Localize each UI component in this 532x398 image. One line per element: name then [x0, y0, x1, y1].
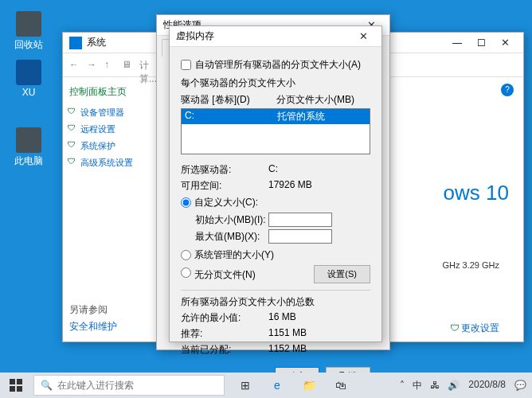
close-icon[interactable]: ✕ — [493, 37, 517, 49]
minimize-icon[interactable]: — — [445, 37, 469, 49]
window-icon — [69, 37, 82, 49]
custom-size-radio[interactable] — [181, 197, 191, 208]
set-button[interactable]: 设置(S) — [314, 265, 370, 283]
search-input[interactable] — [57, 380, 217, 391]
svg-rect-3 — [17, 386, 22, 392]
task-view-icon[interactable]: ⊞ — [229, 373, 261, 398]
min-label: 允许的最小值: — [181, 311, 268, 325]
see-also-label: 另请参阅 — [69, 303, 117, 317]
rec-label: 推荐: — [181, 327, 268, 341]
edge-icon[interactable]: e — [261, 373, 293, 398]
windows-brand: ows 10 — [444, 181, 509, 205]
sidebar-link-advanced[interactable]: 高级系统设置 — [69, 157, 159, 169]
volume-icon[interactable]: 🔊 — [444, 380, 464, 391]
initial-size-input[interactable] — [268, 213, 332, 227]
desktop-icon-xu[interactable]: XU — [11, 60, 46, 98]
selected-drive-value: C: — [268, 163, 278, 177]
max-size-label: 最大值(MB)(X): — [181, 230, 268, 244]
search-box[interactable]: 🔍 — [33, 375, 225, 396]
start-button[interactable] — [0, 373, 32, 398]
search-icon: 🔍 — [41, 380, 53, 391]
ime-icon[interactable]: 中 — [409, 379, 426, 392]
change-settings-link[interactable]: 🛡更改设置 — [450, 322, 499, 335]
cur-label: 当前已分配: — [181, 343, 268, 357]
min-value: 16 MB — [268, 311, 296, 325]
available-label: 可用空间: — [181, 179, 268, 193]
auto-manage-checkbox[interactable] — [181, 60, 191, 70]
clock[interactable]: 2020/8/8 — [464, 380, 510, 390]
up-icon[interactable]: ↑ — [104, 59, 117, 72]
sidebar: 控制面板主页 设备管理器 远程设置 系统保护 高级系统设置 另请参阅 安全和维护 — [63, 77, 166, 341]
virtual-memory-dialog: 虚拟内存 ✕ 自动管理所有驱动器的分页文件大小(A) 每个驱动器的分页文件大小 … — [169, 25, 382, 342]
custom-size-label: 自定义大小(C): — [194, 196, 258, 209]
sidebar-link-protect[interactable]: 系统保护 — [69, 140, 159, 152]
drive-col-header2: 分页文件大小(MB) — [276, 93, 354, 107]
sidebar-heading: 控制面板主页 — [69, 85, 159, 99]
selected-drive-label: 所选驱动器: — [181, 163, 268, 177]
shield-icon: 🛡 — [450, 322, 460, 334]
drive-list[interactable]: C: 托管的系统 — [181, 108, 370, 154]
sidebar-link-remote[interactable]: 远程设置 — [69, 123, 159, 135]
svg-rect-2 — [10, 386, 15, 392]
available-value: 17926 MB — [268, 179, 312, 193]
total-heading: 所有驱动器分页文件大小的总数 — [181, 295, 370, 309]
rec-value: 1151 MB — [268, 327, 307, 341]
see-also-item[interactable]: 安全和维护 — [69, 320, 117, 334]
max-size-input[interactable] — [268, 229, 332, 244]
tray-chevron-icon[interactable]: ˄ — [396, 380, 409, 391]
desktop-icon-thispc[interactable]: 此电脑 — [11, 127, 46, 168]
no-pagefile-label: 无分页文件(N) — [194, 269, 256, 280]
drive-col-header1: 驱动器 [卷标](D) — [181, 93, 276, 107]
cpu-ghz: GHz 3.29 GHz — [442, 260, 499, 270]
dialog-title: 虚拟内存 — [176, 29, 351, 43]
initial-size-label: 初始大小(MB)(I): — [181, 213, 268, 227]
network-icon[interactable]: 🖧 — [426, 380, 444, 391]
computer-icon: 🖥 — [122, 59, 135, 72]
back-icon[interactable]: ← — [69, 59, 82, 72]
close-icon[interactable]: ✕ — [351, 30, 375, 42]
no-pagefile-radio[interactable] — [181, 267, 191, 278]
explorer-icon[interactable]: 📁 — [293, 373, 325, 398]
breadcrumb[interactable]: 计算... — [139, 59, 152, 72]
help-icon[interactable]: ? — [501, 84, 514, 96]
cur-value: 1152 MB — [268, 343, 307, 357]
svg-rect-0 — [10, 379, 15, 384]
system-managed-radio[interactable] — [181, 250, 191, 260]
drive-row-selected[interactable]: C: 托管的系统 — [182, 109, 370, 124]
svg-rect-1 — [17, 379, 22, 384]
store-icon[interactable]: 🛍 — [325, 373, 357, 398]
notifications-icon[interactable]: 💬 — [510, 380, 530, 391]
taskbar: 🔍 ⊞ e 📁 🛍 ˄ 中 🖧 🔊 2020/8/8 💬 — [0, 373, 532, 398]
sidebar-link-device[interactable]: 设备管理器 — [69, 107, 159, 119]
maximize-icon[interactable]: ☐ — [469, 37, 493, 49]
system-managed-label: 系统管理的大小(Y) — [194, 248, 274, 262]
system-tray: ˄ 中 🖧 🔊 2020/8/8 💬 — [396, 373, 532, 398]
forward-icon[interactable]: → — [87, 59, 100, 72]
auto-manage-label: 自动管理所有驱动器的分页文件大小(A) — [195, 58, 361, 72]
desktop-icon-recycle[interactable]: 回收站 — [11, 11, 46, 52]
each-drive-label: 每个驱动器的分页文件大小 — [181, 76, 370, 90]
